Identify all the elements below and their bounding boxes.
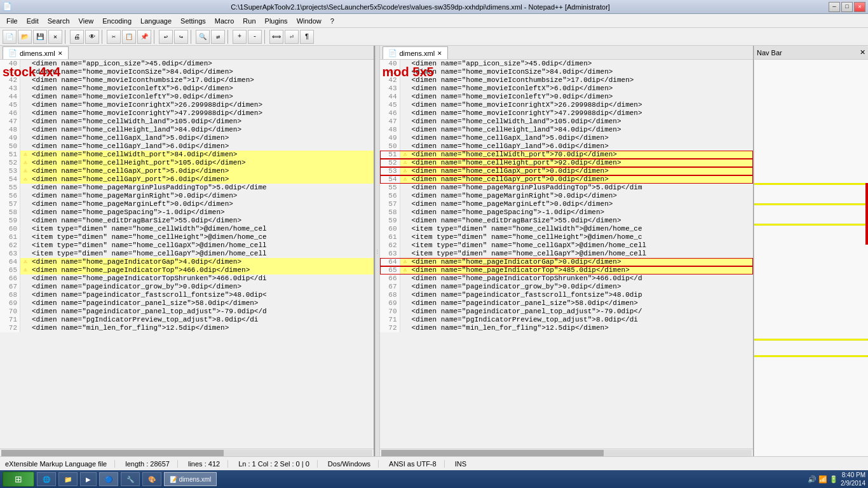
table-row: 49 <dimen name="home_cellGapX_land">5.0d… xyxy=(380,134,754,142)
right-tab-bar: 📄 dimens.xml ✕ xyxy=(380,46,754,60)
warning-icon: ⚠ xyxy=(20,167,31,175)
undo-button[interactable]: ↩ xyxy=(159,30,173,44)
line-number: 43 xyxy=(380,85,400,93)
line-number: 53 xyxy=(380,167,400,175)
close-button[interactable]: ✕ xyxy=(854,2,865,12)
right-editor-scroll[interactable]: 40 <dimen name="app_icon_size">45.0dip</… xyxy=(380,60,754,449)
taskbar-media[interactable]: ▶ xyxy=(80,472,97,486)
line-text: <dimen name="home_movieIconleftY">0.0dip… xyxy=(410,93,754,101)
line-number: 59 xyxy=(380,217,400,225)
warning-icon xyxy=(20,217,31,225)
toolbar-separator-6 xyxy=(264,30,267,44)
line-number: 61 xyxy=(380,233,400,241)
pane-splitter[interactable]: ⋮ xyxy=(375,46,380,456)
status-mode: INS xyxy=(455,460,474,468)
menu-run[interactable]: Run xyxy=(239,16,259,26)
left-tab-1[interactable]: 📄 dimens.xml ✕ xyxy=(3,46,69,59)
left-tab-close[interactable]: ✕ xyxy=(58,50,63,57)
paste-button[interactable]: 📌 xyxy=(137,30,151,44)
menu-search[interactable]: Search xyxy=(44,16,74,26)
left-editor-scroll[interactable]: 40 <dimen name="app_icon_size">45.0dip</… xyxy=(0,60,374,449)
clock-date: 2/9/2014 xyxy=(841,479,865,487)
left-hscroll[interactable] xyxy=(0,449,374,456)
taskbar-chrome[interactable]: 🔵 xyxy=(99,472,118,486)
line-number: 40 xyxy=(380,60,400,68)
new-button[interactable]: 📄 xyxy=(3,30,17,44)
line-text: <dimen name="home_pageIndicatorTopShrunk… xyxy=(410,274,754,283)
menu-file[interactable]: File xyxy=(3,16,22,26)
warning-icon: ⚠ xyxy=(20,175,31,184)
table-row: 57 <dimen name="home_pageMarginLeft">0.0… xyxy=(380,200,754,208)
line-text: <dimen name="home_cellHeight_port">105.0… xyxy=(31,159,374,167)
menu-window[interactable]: Window xyxy=(293,16,325,26)
print-preview-button[interactable]: 👁 xyxy=(85,30,99,44)
menu-language[interactable]: Language xyxy=(137,16,175,26)
menu-plugins[interactable]: Plugins xyxy=(261,16,292,26)
save-button[interactable]: 💾 xyxy=(33,30,47,44)
table-row: 64⚠ <dimen name="home_pageIndicatorGap">… xyxy=(0,258,374,266)
line-number: 41 xyxy=(380,68,400,76)
line-text: <dimen name="pageindicator_panel_top_adj… xyxy=(31,308,374,316)
taskbar-tools[interactable]: 🔧 xyxy=(121,472,140,486)
copy-button[interactable]: 📋 xyxy=(122,30,136,44)
line-number: 69 xyxy=(380,299,400,308)
close-file-button[interactable]: ✕ xyxy=(48,30,62,44)
line-number: 62 xyxy=(0,241,20,250)
zoom-in-button[interactable]: + xyxy=(233,30,247,44)
table-row: 45 <dimen name="home_movieIconrightX">26… xyxy=(380,101,754,109)
line-number: 51 xyxy=(380,151,400,159)
minimize-button[interactable]: ─ xyxy=(829,2,840,12)
menu-help[interactable]: ? xyxy=(327,16,338,26)
table-row: 70 <dimen name="pageindicator_panel_top_… xyxy=(0,308,374,316)
right-hscroll-thumb[interactable] xyxy=(381,450,604,456)
table-row: 60 <item type="dimen" name="home_cellWid… xyxy=(380,225,754,233)
nav-bar-close-icon[interactable]: ✕ xyxy=(860,48,865,57)
start-button[interactable]: ⊞ xyxy=(3,471,34,487)
redo-button[interactable]: ↪ xyxy=(174,30,188,44)
sync-scroll-button[interactable]: ⟺ xyxy=(269,30,283,44)
nav-stripe-3 xyxy=(754,224,868,226)
left-hscroll-track[interactable] xyxy=(1,450,372,456)
right-tab-label: dimens.xml xyxy=(400,50,435,57)
warning-icon xyxy=(400,283,410,291)
right-tab-1[interactable]: 📄 dimens.xml ✕ xyxy=(383,46,449,59)
line-number: 66 xyxy=(0,274,20,283)
left-hscroll-thumb[interactable] xyxy=(1,450,224,456)
line-number: 71 xyxy=(0,316,20,324)
find-button[interactable]: 🔍 xyxy=(196,30,210,44)
line-number: 41 xyxy=(0,68,20,76)
table-row: 66 <dimen name="home_pageIndicatorTopShr… xyxy=(380,274,754,283)
line-number: 45 xyxy=(380,101,400,109)
right-hscroll[interactable] xyxy=(380,449,754,456)
line-text: <item type="dimen" name="home_cellGapX">… xyxy=(31,241,374,250)
line-number: 44 xyxy=(380,93,400,101)
menu-view[interactable]: View xyxy=(75,16,98,26)
word-wrap-button[interactable]: ⏎ xyxy=(285,30,299,44)
maximize-button[interactable]: □ xyxy=(841,2,853,12)
replace-button[interactable]: ⇄ xyxy=(211,30,225,44)
right-tab-close[interactable]: ✕ xyxy=(437,50,442,57)
menu-settings[interactable]: Settings xyxy=(177,16,210,26)
line-number: 40 xyxy=(0,60,20,68)
show-whitespace-button[interactable]: ¶ xyxy=(300,30,314,44)
menu-encoding[interactable]: Encoding xyxy=(98,16,135,26)
print-button[interactable]: 🖨 xyxy=(70,30,84,44)
cut-button[interactable]: ✂ xyxy=(107,30,121,44)
line-number: 48 xyxy=(0,126,20,134)
menu-macro[interactable]: Macro xyxy=(211,16,238,26)
taskbar-paint[interactable]: 🎨 xyxy=(142,472,161,486)
right-hscroll-track[interactable] xyxy=(381,450,752,456)
zoom-out-button[interactable]: - xyxy=(248,30,262,44)
table-row: 40 <dimen name="app_icon_size">45.0dip</… xyxy=(0,60,374,68)
taskbar-ie[interactable]: 🌐 xyxy=(37,472,56,486)
warning-icon xyxy=(400,291,410,299)
taskbar-explorer[interactable]: 📁 xyxy=(58,472,78,486)
open-button[interactable]: 📂 xyxy=(18,30,32,44)
nav-stripe-1 xyxy=(754,183,868,185)
taskbar-notepad[interactable]: 📝 dimens.xml xyxy=(164,472,217,486)
title-bar: 📄 C:\1SuperApkToolv2.1\projects\SecLaunc… xyxy=(0,0,868,14)
menu-bar: File Edit Search View Encoding Language … xyxy=(0,14,868,28)
line-text: <dimen name="home_pageMarginPlusPaddingT… xyxy=(31,184,374,192)
table-row: 71 <dimen name="pgIndicatorPreview_top_a… xyxy=(0,316,374,324)
menu-edit[interactable]: Edit xyxy=(23,16,43,26)
